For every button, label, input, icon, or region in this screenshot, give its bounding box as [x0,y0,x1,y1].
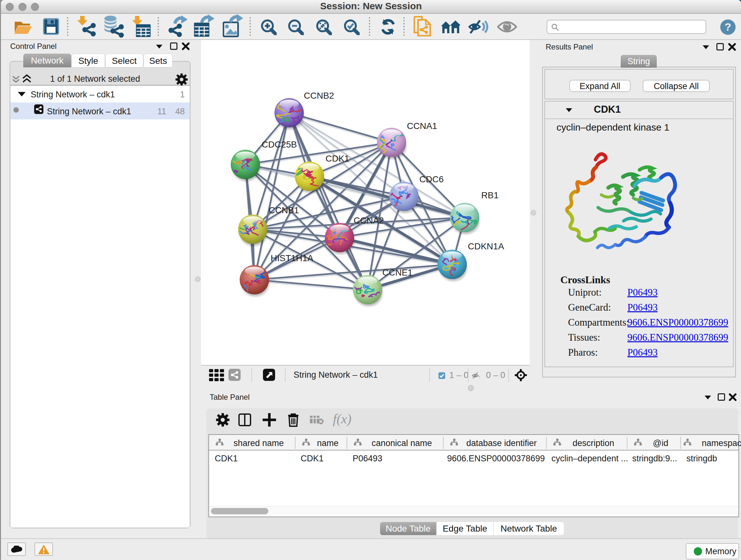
svg-text:?: ? [725,21,731,33]
svg-text:CDC6: CDC6 [419,174,444,184]
svg-text:CCNE1: CCNE1 [382,267,413,277]
svg-text:CCNB2: CCNB2 [304,91,334,101]
svg-text:CCNA1: CCNA1 [407,121,437,131]
svg-text:CDK1: CDK1 [326,153,349,164]
svg-text:CDKN1A: CDKN1A [468,241,504,251]
svg-text:CCNA2: CCNA2 [354,215,384,226]
svg-text:CDC25B: CDC25B [262,139,297,149]
svg-text:CCNB1: CCNB1 [269,205,299,215]
svg-text:RB1: RB1 [481,190,498,200]
svg-text:HIST1H1A: HIST1H1A [271,253,313,263]
